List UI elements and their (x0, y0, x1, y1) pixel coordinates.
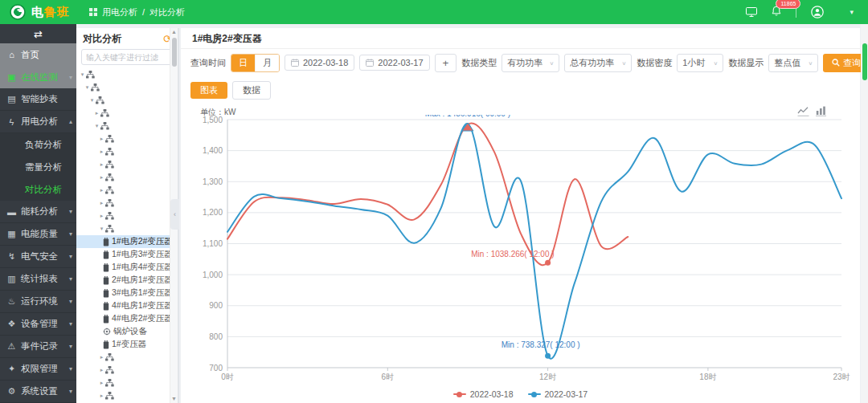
expander-closed-icon[interactable]: ▸ (93, 110, 100, 116)
tab-chart[interactable]: 图表 (190, 82, 227, 99)
tree-node-锅炉设备[interactable]: 锅炉设备 (76, 325, 170, 338)
sidebar-item-home[interactable]: ⌂首页 (0, 43, 76, 66)
app: { "topbar": { "logo_part1": "电", "logo_p… (0, 0, 868, 403)
tree-node-group[interactable]: ▸ (76, 210, 170, 222)
data-display-select[interactable]: 整点值 ∨ (768, 54, 818, 72)
user-avatar[interactable] (811, 6, 824, 18)
tree-collapse-handle[interactable]: ‹ (170, 199, 179, 230)
tree-node-group[interactable]: ▸ (76, 171, 170, 184)
sidebar-item-power-analysis[interactable]: ϟ用电分析▴ (0, 111, 76, 133)
chart-legend: 2022-03-182022-03-17 (181, 389, 860, 399)
luban-logo-icon (10, 4, 26, 20)
notifications-bell[interactable]: 11865 (772, 6, 781, 18)
add-date-button[interactable]: + (435, 54, 457, 72)
main-panel: 1#电房2#变压器 查询时间 日 月 2022-03-18 2022-03-17… (181, 28, 860, 403)
expander-closed-icon[interactable]: ▸ (98, 174, 105, 181)
tree-node-group[interactable]: ▸ (76, 145, 170, 158)
tree-node-group[interactable]: ▸ (76, 351, 170, 364)
transformer-icon (103, 250, 109, 259)
breadcrumb-current[interactable]: 对比分析 (149, 6, 185, 18)
start-date-picker[interactable]: 2022-03-18 (285, 55, 354, 71)
expander-open-icon[interactable]: ▾ (98, 226, 105, 232)
sidebar-item-device-management[interactable]: ❖设备管理▾ (0, 313, 76, 336)
device-management-icon: ❖ (6, 319, 17, 329)
tree-node-group[interactable]: ▾ (76, 94, 170, 107)
sidebar-item-online-monitor[interactable]: ▣在线监测▾ (0, 66, 76, 88)
tree-node-group[interactable]: ▸ (76, 364, 170, 377)
tree-node-1#电房4#变压器[interactable]: 1#电房4#变压器 (76, 261, 170, 274)
expander-closed-icon[interactable]: ▸ (98, 380, 105, 386)
end-date-picker[interactable]: 2022-03-17 (359, 55, 429, 71)
sidebar-subitem-对比分析[interactable]: 对比分析 (0, 178, 76, 201)
tree-node-group[interactable]: ▸ (76, 197, 170, 210)
expander-closed-icon[interactable]: ▸ (98, 393, 105, 399)
tree-node-group[interactable]: ▸ (76, 158, 170, 171)
sidebar-collapse-button[interactable]: ⇄ (0, 24, 76, 43)
fullscreen-icon[interactable] (746, 7, 757, 17)
breadcrumb-section[interactable]: 用电分析 (102, 6, 137, 18)
sidebar-item-permission-management[interactable]: ✦权限管理▾ (0, 358, 76, 381)
tree-node-4#电房1#变压器[interactable]: 4#电房1#变压器 (76, 299, 170, 312)
chevron-down-icon: ∨ (714, 59, 719, 65)
sidebar-item-power-quality[interactable]: ▦电能质量▾ (0, 223, 76, 246)
tree-node-group[interactable]: ▸ (76, 377, 170, 389)
tree-filter-input[interactable] (81, 49, 173, 65)
annotation-min-blue: Min : 738.327( 12:00 ) (502, 340, 580, 349)
org-icon (105, 225, 114, 233)
sidebar-subitem-需量分析[interactable]: 需量分析 (0, 156, 76, 178)
page-scrollbar-thumb[interactable] (862, 43, 867, 80)
expander-closed-icon[interactable]: ▸ (98, 136, 105, 142)
sidebar-item-operating-environment[interactable]: ♨运行环境▾ (0, 291, 76, 313)
expander-closed-icon[interactable]: ▸ (98, 200, 105, 206)
expander-open-icon[interactable]: ▾ (84, 84, 91, 91)
page-scrollbar-track[interactable] (861, 24, 868, 403)
expander-closed-icon[interactable]: ▸ (98, 149, 105, 155)
data-type-select[interactable]: 有功功率 ∨ (502, 54, 559, 72)
expander-closed-icon[interactable]: ▸ (98, 367, 105, 373)
tree-node-group[interactable]: ▸ (76, 107, 170, 120)
scroll-down-icon[interactable]: ▼ (171, 395, 177, 403)
tree-node-group[interactable]: ▸ (76, 389, 170, 402)
tree-node-group[interactable]: ▸ (76, 132, 170, 145)
tab-data[interactable]: 数据 (232, 81, 271, 100)
tree-scrollbar-thumb[interactable] (172, 38, 177, 67)
tree-node-group[interactable]: ▾ (76, 68, 170, 81)
sidebar-menu: ⌂首页▣在线监测▾▤智能抄表ϟ用电分析▴负荷分析需量分析对比分析▬能耗分析▾▦电… (0, 43, 76, 403)
tree-node-group[interactable]: ▸ (76, 184, 170, 197)
tree-node-1#电房2#变压器[interactable]: 1#电房2#变压器 (76, 235, 170, 248)
expander-closed-icon[interactable]: ▸ (98, 161, 105, 168)
comparison-line-chart[interactable]: 1,5001,4001,3001,2001,1001,0009008007000… (181, 115, 860, 388)
tree-node-1#变压器[interactable]: 1#变压器 (76, 338, 170, 351)
sidebar-subitem-负荷分析[interactable]: 负荷分析 (0, 133, 76, 156)
month-button[interactable]: 月 (255, 55, 279, 71)
legend-item-2022-03-18[interactable]: 2022-03-18 (453, 389, 514, 399)
sidebar-item-smart-meter[interactable]: ▤智能抄表 (0, 88, 76, 111)
legend-label: 2022-03-18 (470, 389, 514, 399)
tree-node-group[interactable]: ▾ (76, 222, 170, 235)
expander-closed-icon[interactable]: ▸ (98, 187, 105, 193)
org-icon (105, 161, 114, 169)
legend-item-2022-03-17[interactable]: 2022-03-17 (528, 389, 588, 399)
data-density-select[interactable]: 1小时 ∨ (677, 54, 723, 72)
day-button[interactable]: 日 (231, 55, 255, 71)
sidebar-item-electrical-safety[interactable]: ↯电气安全▾ (0, 246, 76, 268)
tree-node-group[interactable]: ▾ (76, 81, 170, 94)
tree-node-3#电房1#变压器[interactable]: 3#电房1#变压器 (76, 287, 170, 299)
expander-closed-icon[interactable]: ▸ (98, 213, 105, 219)
sidebar-item-system-settings[interactable]: ⚙系统设置▾ (0, 381, 76, 403)
expander-closed-icon[interactable]: ▸ (98, 354, 105, 360)
expander-open-icon[interactable]: ▾ (88, 97, 96, 104)
sidebar-item-statistics-report[interactable]: ▥统计报表▾ (0, 268, 76, 291)
tree-node-group[interactable]: ▾ (76, 120, 170, 132)
sidebar-item-energy-consumption[interactable]: ▬能耗分析▾ (0, 201, 76, 223)
sidebar-item-event-record[interactable]: ⚠事件记录▾ (0, 336, 76, 358)
scroll-up-icon[interactable]: ▲ (171, 28, 177, 36)
tree-node-4#电房2#变压器[interactable]: 4#电房2#变压器 (76, 312, 170, 325)
top-bar: 电鲁班 用电分析 / 对比分析 11865 ▾ (0, 0, 868, 24)
user-menu-caret-icon[interactable]: ▾ (850, 8, 854, 16)
expander-open-icon[interactable]: ▾ (79, 71, 86, 78)
expander-open-icon[interactable]: ▾ (93, 123, 100, 129)
data-subtype-select[interactable]: 总有功功率 ∨ (564, 54, 632, 72)
tree-node-1#电房3#变压器[interactable]: 1#电房3#变压器 (76, 248, 170, 261)
tree-node-2#电房1#变压器[interactable]: 2#电房1#变压器 (76, 274, 170, 287)
